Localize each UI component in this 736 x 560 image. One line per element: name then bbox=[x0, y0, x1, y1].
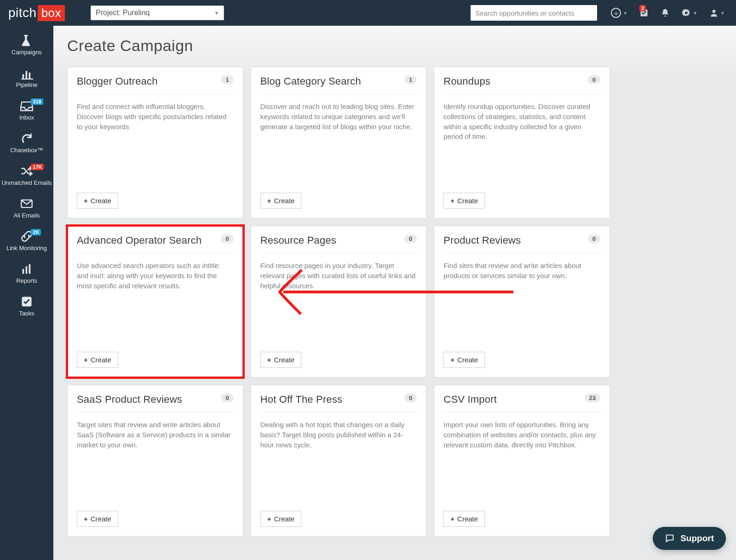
chevron-down-icon: ▼ bbox=[214, 10, 219, 16]
settings-button[interactable]: ▼ bbox=[682, 8, 697, 17]
svg-rect-7 bbox=[26, 266, 28, 274]
sidebar-item-campaigns[interactable]: Campaigns bbox=[0, 34, 53, 56]
plus-icon: + bbox=[84, 197, 88, 205]
user-icon bbox=[709, 8, 719, 17]
logo-text-box: box bbox=[38, 5, 65, 21]
svg-rect-8 bbox=[29, 264, 31, 274]
logo[interactable]: pitchbox bbox=[8, 5, 65, 21]
card-description: Find sites that review and write article… bbox=[434, 253, 610, 345]
sidebar-item-chasebox-[interactable]: Chasebox™ bbox=[0, 132, 53, 154]
sidebar-badge: 17K bbox=[31, 164, 44, 170]
campaign-card-product-reviews: Product Reviews0Find sites that review a… bbox=[434, 226, 610, 377]
create-button[interactable]: +Create bbox=[77, 511, 118, 527]
card-title: Product Reviews bbox=[443, 234, 521, 246]
card-count: 0 bbox=[588, 234, 600, 243]
approvals-badge: 2 bbox=[639, 5, 646, 11]
svg-rect-2 bbox=[23, 74, 24, 78]
sidebar-item-reports[interactable]: Reports bbox=[0, 263, 53, 284]
plus-icon: + bbox=[84, 515, 88, 523]
sidebar-item-tasks[interactable]: Tasks bbox=[0, 295, 53, 317]
sidebar-item-unmatched-emails[interactable]: 17KUnmatched Emails bbox=[0, 165, 53, 186]
card-title: Blogger Outreach bbox=[77, 75, 158, 87]
card-count: 1 bbox=[404, 75, 417, 84]
card-description: Use advanced search operators such as in… bbox=[68, 253, 243, 345]
create-button[interactable]: +Create bbox=[443, 352, 485, 368]
flask-icon bbox=[20, 34, 33, 47]
plus-circle-icon: + bbox=[611, 8, 621, 18]
sidebar-item-label: All Emails bbox=[0, 212, 53, 219]
card-description: Dealing with a hot topic that changes on… bbox=[251, 412, 426, 504]
search-placeholder: Search opportunities or contacts bbox=[475, 9, 574, 17]
campaign-card-blog-category-search: Blog Category Search1Discover and reach … bbox=[251, 67, 427, 218]
create-label: Create bbox=[457, 197, 478, 205]
sidebar-item-label: Campaigns bbox=[0, 49, 53, 56]
campaign-card-hot-off-the-press: Hot Off The Press0Dealing with a hot top… bbox=[251, 385, 427, 537]
sidebar: CampaignsPipeline318InboxChasebox™17KUnm… bbox=[0, 26, 53, 560]
sidebar-item-label: Inbox bbox=[0, 114, 53, 121]
svg-rect-6 bbox=[23, 269, 24, 274]
chevron-down-icon: ▼ bbox=[693, 11, 697, 16]
plus-icon: + bbox=[450, 197, 454, 205]
notifications-button[interactable] bbox=[661, 8, 670, 17]
chevron-down-icon: ▼ bbox=[720, 11, 725, 16]
card-title: Hot Off The Press bbox=[260, 394, 343, 406]
create-label: Create bbox=[91, 515, 111, 523]
approvals-button[interactable]: 2 bbox=[639, 8, 649, 17]
card-title: Roundups bbox=[443, 75, 490, 87]
user-menu-button[interactable]: ▼ bbox=[709, 8, 725, 17]
sidebar-badge: 2K bbox=[31, 229, 41, 235]
create-button[interactable]: +Create bbox=[260, 352, 302, 368]
campaign-card-saas-product-reviews: SaaS Product Reviews0Target sites that r… bbox=[67, 385, 243, 537]
create-button[interactable]: +Create bbox=[260, 193, 302, 209]
create-button[interactable]: +Create bbox=[443, 511, 485, 527]
create-button[interactable]: +Create bbox=[260, 511, 302, 527]
search-input[interactable]: Search opportunities or contacts bbox=[471, 5, 597, 21]
svg-rect-4 bbox=[29, 73, 31, 79]
refresh-icon bbox=[20, 132, 33, 145]
gear-icon bbox=[682, 8, 691, 17]
chat-icon bbox=[665, 533, 675, 543]
card-count: 23 bbox=[585, 394, 600, 402]
sidebar-item-link-monitoring[interactable]: 2KLink Monitoring bbox=[0, 230, 53, 251]
card-title: Blog Category Search bbox=[260, 75, 361, 87]
top-icon-group: +▼ 2 ▼ ▼ bbox=[611, 8, 725, 18]
plus-icon: + bbox=[84, 356, 88, 364]
top-bar: pitchbox Project: Purelinq ▼ Search oppo… bbox=[0, 0, 736, 26]
plus-icon: + bbox=[267, 515, 271, 523]
create-label: Create bbox=[457, 356, 478, 364]
campaign-card-resource-pages: Resource Pages0Find resource pages in yo… bbox=[251, 226, 427, 377]
campaign-card-csv-import: CSV Import23Import your own lists of opp… bbox=[434, 385, 610, 537]
project-selector[interactable]: Project: Purelinq ▼ bbox=[91, 6, 224, 20]
create-label: Create bbox=[274, 197, 294, 205]
create-button[interactable]: +Create bbox=[77, 352, 118, 368]
create-button[interactable]: +Create bbox=[77, 193, 118, 209]
sidebar-item-label: Pipeline bbox=[0, 81, 53, 88]
add-button[interactable]: +▼ bbox=[611, 8, 627, 18]
campaign-card-roundups: Roundups0Identify roundup opportunities.… bbox=[434, 67, 610, 218]
svg-rect-3 bbox=[26, 71, 28, 78]
create-label: Create bbox=[91, 197, 111, 205]
page-title: Create Campaign bbox=[67, 37, 722, 55]
card-count: 1 bbox=[221, 75, 233, 84]
support-button[interactable]: Support bbox=[653, 527, 726, 550]
sidebar-item-pipeline[interactable]: Pipeline bbox=[0, 67, 53, 88]
check-icon bbox=[20, 295, 33, 308]
card-description: Identify roundup opportunities. Discover… bbox=[434, 94, 610, 186]
create-label: Create bbox=[91, 356, 111, 364]
sidebar-item-all-emails[interactable]: All Emails bbox=[0, 197, 53, 219]
svg-point-1 bbox=[713, 10, 716, 13]
plus-icon: + bbox=[450, 515, 454, 523]
campaign-grid: Blogger Outreach1Find and connect with i… bbox=[67, 67, 610, 537]
create-button[interactable]: +Create bbox=[443, 193, 485, 209]
chevron-down-icon: ▼ bbox=[623, 11, 627, 16]
card-title: Advanced Operator Search bbox=[77, 234, 201, 246]
create-label: Create bbox=[274, 515, 294, 523]
campaign-card-blogger-outreach: Blogger Outreach1Find and connect with i… bbox=[67, 67, 243, 218]
card-title: SaaS Product Reviews bbox=[77, 394, 182, 406]
sidebar-item-label: Reports bbox=[0, 277, 53, 284]
card-description: Find and connect with influential blogge… bbox=[68, 94, 243, 186]
sidebar-item-inbox[interactable]: 318Inbox bbox=[0, 99, 53, 121]
campaign-card-advanced-operator-search: Advanced Operator Search0Use advanced se… bbox=[67, 226, 243, 377]
create-label: Create bbox=[457, 515, 478, 523]
sidebar-item-label: Chasebox™ bbox=[0, 147, 53, 154]
